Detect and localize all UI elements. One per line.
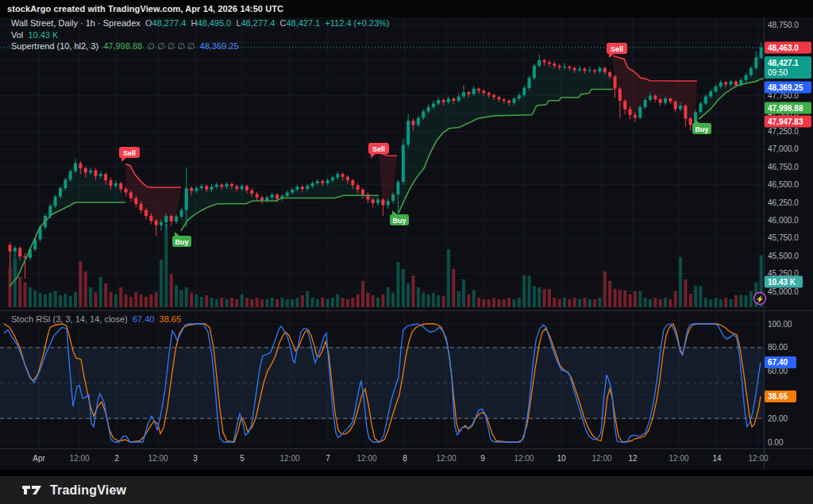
price-axis-hit-area[interactable] [765,17,813,448]
tradingview-logo-icon [22,483,44,497]
main-pane-hit-area[interactable] [0,17,764,310]
chart-canvas[interactable]: SellBuySellBuySellBuy48,750.047,750.047,… [0,0,813,504]
time-axis-hit-area[interactable] [0,449,764,470]
footer-bar: TradingView [0,476,813,504]
stoch-pane-hit-area[interactable] [0,311,764,448]
tradingview-snapshot: stockArgo created with TradingView.com, … [0,0,813,504]
tradingview-wordmark: TradingView [50,483,126,498]
